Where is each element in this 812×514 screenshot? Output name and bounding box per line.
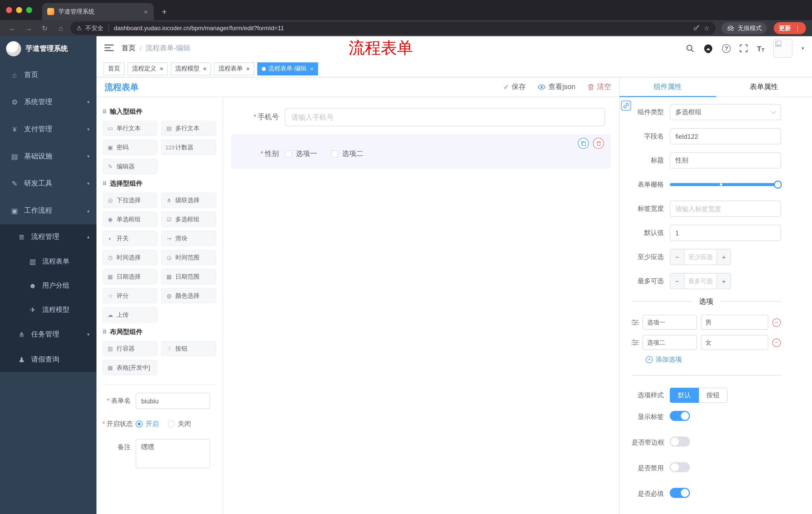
drag-handle-icon[interactable]	[632, 319, 639, 325]
option-label-input[interactable]	[643, 315, 697, 330]
palette-component[interactable]: 123 计数器	[161, 140, 216, 155]
palette-component[interactable]: ◐ 开关	[103, 231, 157, 246]
slider-handle[interactable]	[774, 181, 782, 189]
tab-close-icon[interactable]: ×	[309, 65, 314, 72]
palette-component[interactable]: ▤ 多行文本	[161, 121, 216, 136]
link-icon[interactable]	[621, 101, 631, 111]
decrease-button[interactable]: −	[670, 249, 685, 265]
sidebar-item[interactable]: ✈ 流程模型	[0, 298, 96, 322]
view-json-button[interactable]: 查看json	[538, 82, 575, 91]
sidebar-item[interactable]: ▣ 工作流程 ▴	[0, 197, 96, 224]
increase-button[interactable]: +	[717, 249, 731, 265]
new-tab-button[interactable]: +	[162, 7, 167, 17]
decrease-button[interactable]: −	[670, 274, 685, 289]
palette-component[interactable]: ▭ 单行文本	[103, 121, 157, 136]
max-select-input[interactable]	[685, 274, 717, 289]
font-size-icon[interactable]: TT	[757, 44, 764, 53]
disabled-toggle[interactable]	[670, 462, 690, 472]
close-window-button[interactable]	[6, 7, 12, 13]
status-on-radio[interactable]: 开启	[136, 420, 159, 429]
sidebar-item[interactable]: ≣ 流程管理 ▴	[0, 224, 96, 249]
phone-input[interactable]	[285, 108, 605, 126]
min-select-input[interactable]	[685, 249, 717, 265]
back-icon[interactable]: ←	[6, 24, 19, 32]
clear-button[interactable]: 清空	[587, 82, 611, 91]
address-bar[interactable]: ⚠ 不安全 dashboard.yudao.iocoder.cn/bpm/man…	[70, 22, 716, 35]
palette-component[interactable]: ☑ 多选框组	[161, 212, 216, 227]
option-style-default-button[interactable]: 默认	[670, 388, 699, 403]
increase-button[interactable]: +	[717, 274, 731, 289]
help-icon[interactable]: ?	[722, 44, 731, 53]
palette-component[interactable]: ▥ 行容器	[103, 341, 157, 356]
page-tab[interactable]: 流程模型 ×	[171, 62, 211, 75]
checkbox-option[interactable]: 选项二	[331, 150, 363, 158]
remove-option-icon[interactable]: −	[772, 338, 781, 347]
sidebar-item[interactable]: ⚙ 系统管理 ▾	[0, 88, 96, 116]
tab-form-props[interactable]: 表单属性	[716, 77, 812, 97]
title-input[interactable]	[670, 153, 781, 168]
palette-component[interactable]: ◎ 下拉选择	[103, 193, 157, 208]
save-button[interactable]: ✓ 保存	[503, 82, 526, 91]
forward-icon[interactable]: →	[22, 24, 35, 32]
browser-menu-icon[interactable]: ⋮	[794, 24, 801, 32]
update-browser-button[interactable]: 更新 ⋮	[774, 22, 806, 34]
sidebar-item[interactable]: ♟ 请假查询	[0, 347, 96, 372]
option-value-input[interactable]	[701, 335, 768, 350]
reload-icon[interactable]: ↻	[38, 24, 51, 32]
default-value-input[interactable]	[670, 225, 781, 241]
breadcrumb-root[interactable]: 首页	[122, 44, 136, 53]
sidebar-item[interactable]: ⋔ 任务管理 ▾	[0, 322, 96, 347]
form-name-input[interactable]	[136, 393, 210, 409]
option-style-button-button[interactable]: 按钮	[699, 388, 728, 403]
palette-component[interactable]: ▩ 日期范围	[161, 269, 216, 284]
option-label-input[interactable]	[643, 335, 697, 350]
drag-handle-icon[interactable]	[632, 340, 639, 346]
browser-tab[interactable]: 芋道管理系统 ×	[42, 3, 154, 20]
avatar-caret-icon[interactable]: ▾	[802, 46, 804, 51]
palette-component[interactable]: ☆ 评分	[103, 288, 157, 303]
sidebar-item[interactable]: ▥ 流程表单	[0, 249, 96, 274]
page-tab[interactable]: 流程定义 ×	[127, 62, 168, 75]
copy-field-button[interactable]	[578, 138, 589, 149]
form-remark-textarea[interactable]: 嘿嘿	[136, 439, 210, 468]
palette-component[interactable]: ☝ 按钮	[161, 341, 216, 356]
field-name-input[interactable]	[670, 128, 781, 144]
border-toggle[interactable]	[670, 437, 690, 447]
sidebar-item[interactable]: ☻ 用户分组	[0, 274, 96, 298]
search-icon[interactable]	[686, 44, 694, 53]
tab-component-props[interactable]: 组件属性	[619, 77, 716, 97]
form-field-gender[interactable]: 性别 选项一	[231, 134, 611, 168]
minimize-window-button[interactable]	[16, 7, 22, 13]
palette-component[interactable]: ◉ 单选框组	[103, 212, 157, 227]
palette-component[interactable]: ▣ 密码	[103, 140, 157, 155]
palette-component[interactable]: ⊸ 滑块	[161, 231, 216, 246]
zoom-window-button[interactable]	[26, 7, 32, 13]
sidebar-item[interactable]: ¥ 支付管理 ▾	[0, 116, 96, 143]
remove-option-icon[interactable]: −	[772, 318, 781, 327]
delete-field-button[interactable]	[593, 138, 604, 149]
page-tab[interactable]: 流程表单 ×	[214, 62, 254, 75]
required-toggle[interactable]	[670, 488, 690, 498]
palette-component[interactable]: ☁ 上传	[103, 307, 157, 322]
home-icon[interactable]: ⌂	[54, 24, 67, 32]
fullscreen-icon[interactable]	[740, 44, 748, 52]
palette-component[interactable]: ▦ 表格[开发中]	[103, 360, 157, 375]
bookmark-star-icon[interactable]: ☆	[704, 24, 709, 32]
checkbox-option[interactable]: 选项一	[285, 150, 317, 158]
add-option-button[interactable]: + 添加选项	[646, 355, 781, 364]
palette-component[interactable]: ◷ 时间选择	[103, 250, 157, 265]
password-key-icon[interactable]	[693, 24, 700, 32]
label-width-input[interactable]	[670, 201, 781, 217]
sidebar-item[interactable]: ▤ 基础设施 ▾	[0, 143, 96, 170]
palette-component[interactable]: ◶ 时间范围	[161, 250, 216, 265]
page-tab[interactable]: 首页	[104, 62, 125, 75]
tab-close-icon[interactable]: ×	[143, 8, 149, 15]
component-type-select[interactable]: 多选框组	[670, 104, 781, 120]
hamburger-icon[interactable]	[105, 44, 114, 53]
palette-component[interactable]: ✎ 编辑器	[103, 159, 157, 174]
status-off-radio[interactable]: 关闭	[168, 420, 191, 429]
sidebar-item[interactable]: ✎ 研发工具 ▾	[0, 170, 96, 197]
palette-component[interactable]: ▦ 日期选择	[103, 269, 157, 284]
option-value-input[interactable]	[701, 315, 768, 330]
page-tab[interactable]: 流程表单-编辑 ×	[257, 62, 318, 75]
